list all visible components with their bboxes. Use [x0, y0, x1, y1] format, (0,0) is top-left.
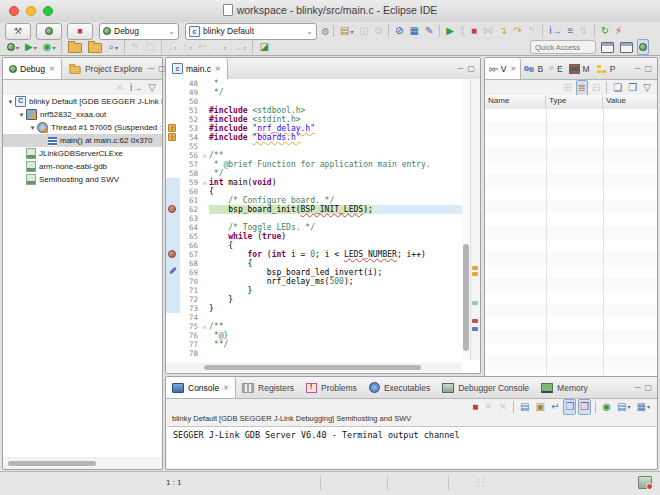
close-icon[interactable]: ✕ [511, 65, 517, 73]
launch-config-gear-icon[interactable]: ⚙ [321, 26, 330, 37]
marker-gutter[interactable] [166, 97, 180, 106]
pin-marker-icon[interactable] [169, 267, 177, 275]
marker-gutter[interactable] [166, 349, 180, 358]
code-text[interactable] [209, 349, 462, 358]
marker-gutter[interactable]: ? [166, 133, 180, 142]
overview-mark[interactable] [472, 301, 478, 305]
search-icon[interactable]: ⌕▾ [106, 39, 120, 55]
instruction-stepping-mode-icon[interactable]: i→ [128, 80, 144, 96]
marker-gutter[interactable] [166, 142, 180, 151]
minimize-view-icon[interactable]: ─ [149, 64, 155, 73]
minimize-view-icon[interactable]: ─ [635, 383, 641, 392]
remove-all-launches-icon[interactable]: ✕ [497, 399, 509, 415]
tab-modules[interactable]: M [566, 58, 593, 79]
code-text[interactable]: while (true) [209, 232, 462, 241]
marker-gutter[interactable] [166, 106, 180, 115]
column-name[interactable]: Name [485, 95, 546, 109]
overview-mark[interactable] [472, 319, 478, 323]
fold-icon[interactable]: ⊖ [200, 151, 209, 160]
show-columns-icon[interactable]: ≣ [576, 80, 588, 96]
pin-editor-icon[interactable]: ◪ [257, 39, 270, 55]
code-text[interactable] [209, 313, 462, 322]
marker-gutter[interactable] [166, 250, 180, 259]
fold-icon[interactable]: ⊖ [200, 322, 209, 331]
terminate-icon[interactable]: ■ [469, 23, 479, 39]
expander-icon[interactable]: ▼ [6, 99, 15, 105]
code-text[interactable]: { [209, 241, 462, 250]
statusbar-grip[interactable]: ⋮⋮ [474, 478, 484, 487]
marker-gutter[interactable] [166, 268, 180, 277]
display-console-icon[interactable]: ▤▾ [615, 399, 632, 415]
overview-mark[interactable] [472, 327, 478, 331]
code-text[interactable]: } [209, 286, 462, 295]
tab-console[interactable]: Console✕ [166, 377, 236, 398]
code-text[interactable]: /** [209, 151, 462, 160]
marker-gutter[interactable] [166, 79, 180, 88]
open-perspective-icon[interactable] [599, 39, 616, 55]
collapse-all-icon[interactable]: ⊟ [590, 80, 602, 96]
maximize-editor-icon[interactable]: ▢ [467, 64, 475, 73]
stop-button[interactable]: ■ [67, 23, 93, 40]
debug-config-icon[interactable]: ▾ [5, 39, 21, 55]
code-text[interactable]: * @brief Function for application main e… [209, 160, 462, 169]
close-icon[interactable]: ✕ [223, 384, 229, 392]
warning-marker-icon[interactable]: ? [168, 124, 176, 132]
show-stdout-change-icon[interactable]: ❐ [563, 399, 576, 415]
tab-expressions[interactable]: ⌾ E [546, 58, 565, 79]
tab-variables[interactable]: (x)= V✕ [485, 58, 521, 79]
scroll-lock-icon[interactable]: ▣ [534, 399, 547, 415]
drop-to-frame-icon[interactable]: ≡ [565, 23, 575, 39]
code-text[interactable]: } [209, 295, 462, 304]
code-text[interactable]: /* Configure board. */ [209, 196, 462, 205]
step-return-icon[interactable]: ↰ [526, 23, 538, 39]
import-project-icon[interactable] [86, 39, 104, 55]
column-value[interactable]: Value [603, 95, 657, 109]
launch-mode-combo[interactable]: Debug ⌄ [99, 23, 179, 40]
tab-memory[interactable]: Memory [535, 377, 594, 398]
forward-icon[interactable]: →▾ [230, 39, 248, 55]
maximize-view-icon[interactable]: ▢ [644, 64, 652, 73]
toggle-block-selection-icon[interactable]: ▢ [144, 39, 157, 55]
code-text[interactable]: bsp_board_init(BSP_INIT_LEDS); [209, 205, 462, 214]
marker-gutter[interactable] [166, 331, 180, 340]
code-text[interactable] [209, 97, 462, 106]
back-icon[interactable]: ←▾ [210, 39, 228, 55]
expander-icon[interactable]: ▼ [17, 112, 26, 118]
clear-console-icon[interactable]: ▤ [518, 399, 531, 415]
code-text[interactable]: int main(void) [209, 178, 462, 187]
code-text[interactable]: { [209, 187, 462, 196]
terminate-icon[interactable]: ■ [470, 399, 480, 415]
run-icon[interactable]: ▶▾ [23, 39, 39, 55]
minimize-view-icon[interactable]: ─ [635, 64, 641, 73]
code-text[interactable]: #include <stdint.h> [209, 115, 462, 124]
resume-icon[interactable]: ▶ [444, 23, 456, 39]
breakpoint-icon[interactable] [168, 205, 176, 213]
marker-gutter[interactable] [166, 178, 180, 187]
code-editor[interactable]: 48 *49 */5051#include <stdbool.h>52#incl… [166, 79, 462, 360]
code-text[interactable]: bsp_board_led_invert(i); [209, 268, 462, 277]
breakpoint-icon[interactable] [168, 250, 176, 258]
step-over-icon[interactable]: ↷ [511, 23, 523, 39]
close-icon[interactable]: ✕ [49, 65, 55, 73]
warning-marker-icon[interactable]: ? [168, 133, 176, 141]
c-cpp-perspective-icon[interactable] [618, 39, 635, 55]
code-text[interactable]: nrf_delay_ms(500); [209, 277, 462, 286]
profile-icon[interactable]: ◉▾ [41, 39, 58, 55]
new-view-icon[interactable]: ❏ [611, 80, 624, 96]
code-text[interactable]: */ [209, 88, 462, 97]
overview-mark[interactable] [472, 272, 478, 276]
code-text[interactable]: for (int i = 0; i < LEDS_NUMBER; i++) [209, 250, 462, 259]
previous-annotation-icon[interactable]: ↑▾ [181, 39, 194, 55]
debug-tree-item[interactable]: ▼Thread #1 57005 (Suspended : Br [3, 121, 162, 134]
remove-launch-icon[interactable]: ✕ [482, 399, 494, 415]
tab-debug[interactable]: Debug✕ [3, 58, 62, 79]
marker-gutter[interactable] [166, 151, 180, 160]
marker-gutter[interactable] [166, 160, 180, 169]
debug-tree-item[interactable]: main() at main.c:62 0x370 [3, 134, 162, 147]
show-logical-structure-icon[interactable]: ⊞ [561, 80, 573, 96]
flash-program-icon[interactable]: ⚡ [613, 23, 624, 39]
debug-perspective-icon[interactable] [637, 39, 649, 55]
open-file-icon[interactable] [66, 39, 84, 55]
tab-registers[interactable]: Registers [236, 377, 300, 398]
use-step-filters-icon[interactable]: ↯ [577, 23, 589, 39]
